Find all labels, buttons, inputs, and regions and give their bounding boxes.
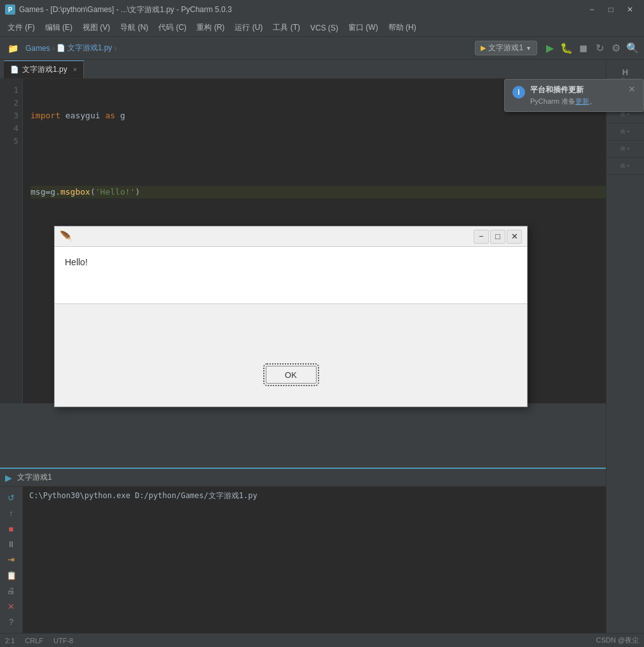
dialog-icon: 🪶 bbox=[60, 230, 72, 242]
menu-help[interactable]: 帮助 (H) bbox=[383, 20, 421, 35]
run-panel-title: 文字游戏1 bbox=[17, 472, 52, 483]
pause-button[interactable]: ⏸ bbox=[4, 537, 19, 551]
coverage-button[interactable]: ◼ bbox=[575, 41, 591, 56]
menu-window[interactable]: 窗口 (W) bbox=[343, 20, 383, 35]
print-button[interactable]: 🖨 bbox=[4, 584, 19, 598]
step-button[interactable]: ⇥ bbox=[4, 553, 19, 567]
update-button[interactable]: ↻ bbox=[592, 41, 607, 56]
run-panel-content: C:\Python30\python.exe D:/python/Games/文… bbox=[23, 487, 644, 633]
rs-item-6[interactable]: ift + bbox=[606, 158, 644, 175]
code-line-3: msg=g.msgbox('Hello!') bbox=[31, 186, 636, 198]
statusbar: 2:1 CRLF UTF-8 CSDN @夜尘 bbox=[0, 633, 644, 647]
file-tab-icon: 📄 bbox=[10, 66, 19, 74]
rerun-button[interactable]: ↺ bbox=[4, 490, 19, 504]
dump-button[interactable]: 📋 bbox=[4, 568, 19, 582]
breadcrumb-games[interactable]: Games bbox=[25, 44, 50, 53]
breadcrumb-file[interactable]: 文字游戏1.py bbox=[67, 43, 113, 53]
dropdown-arrow-icon: ▼ bbox=[526, 45, 531, 52]
tab-label: 文字游戏1.py bbox=[22, 64, 67, 75]
run-button[interactable]: ▶ bbox=[542, 41, 558, 56]
minimize-button[interactable]: − bbox=[583, 1, 601, 18]
run-config-label: 文字游戏1 bbox=[488, 43, 523, 53]
notification-body: PyCharm 准备更新。 bbox=[530, 97, 623, 106]
run-panel-header: ▶ 文字游戏1 ⚙ 📌 bbox=[0, 469, 644, 487]
rs-item-4[interactable]: ift + bbox=[606, 123, 644, 141]
menu-edit[interactable]: 编辑 (E) bbox=[40, 20, 78, 35]
dialog-footer: OK bbox=[55, 304, 527, 396]
notification-title: 平台和插件更新 bbox=[530, 85, 623, 95]
run-configuration-dropdown[interactable]: ▶ 文字游戏1 ▼ bbox=[475, 41, 537, 55]
window-controls: − □ ✕ bbox=[583, 1, 639, 18]
stop-button[interactable]: ■ bbox=[4, 522, 19, 536]
notification-popup: i 平台和插件更新 PyCharm 准备更新。 ✕ bbox=[504, 79, 644, 112]
project-folder-icon[interactable]: 📁 bbox=[4, 39, 22, 57]
message-dialog: 🪶 − □ ✕ Hello! OK bbox=[54, 226, 528, 407]
build-button[interactable]: ⚙ bbox=[608, 41, 624, 56]
delete-button[interactable]: ✕ bbox=[4, 599, 19, 613]
code-line-2 bbox=[31, 148, 636, 160]
notification-icon: i bbox=[512, 86, 525, 99]
run-panel: ▶ 文字游戏1 ⚙ 📌 ↺ ↑ ■ ⏸ ⇥ 📋 🖨 ✕ ? C:\Python3… bbox=[0, 468, 644, 633]
menu-navigate[interactable]: 导航 (N) bbox=[115, 20, 153, 35]
menu-run[interactable]: 运行 (U) bbox=[230, 20, 268, 35]
notification-content: 平台和插件更新 PyCharm 准备更新。 bbox=[530, 85, 623, 106]
status-position: 2:1 bbox=[5, 637, 15, 644]
run-command: C:\Python30\python.exe D:/python/Games/文… bbox=[29, 491, 257, 500]
notification-close-button[interactable]: ✕ bbox=[628, 85, 636, 94]
dialog-controls: − □ ✕ bbox=[474, 230, 522, 244]
dialog-minimize-button[interactable]: − bbox=[474, 230, 489, 244]
debug-button[interactable]: 🐛 bbox=[559, 41, 574, 56]
tab-close-button[interactable]: × bbox=[73, 66, 77, 73]
right-sidebar: H ift + ift + ift + ift + ift + ift + bbox=[606, 60, 644, 633]
menu-refactor[interactable]: 重构 (R) bbox=[191, 20, 230, 35]
help-button[interactable]: ? bbox=[4, 615, 19, 629]
dialog-close-button[interactable]: ✕ bbox=[507, 230, 522, 244]
close-button[interactable]: ✕ bbox=[621, 1, 639, 18]
file-icon: 📄 bbox=[57, 44, 65, 52]
dialog-titlebar: 🪶 − □ ✕ bbox=[55, 226, 527, 247]
menu-view[interactable]: 视图 (V) bbox=[78, 20, 115, 35]
menu-vcs[interactable]: VCS (S) bbox=[305, 22, 343, 34]
status-crlf: CRLF bbox=[25, 637, 43, 644]
run-panel-icon: ▶ bbox=[5, 473, 12, 483]
search-button[interactable]: 🔍 bbox=[625, 41, 640, 56]
dialog-maximize-button[interactable]: □ bbox=[490, 230, 505, 244]
menubar: 文件 (F) 编辑 (E) 视图 (V) 导航 (N) 代码 (C) 重构 (R… bbox=[0, 19, 644, 37]
toolbar: 📁 Games › 📄 文字游戏1.py › ▶ 文字游戏1 ▼ ▶ 🐛 ◼ ↻… bbox=[0, 37, 644, 60]
breadcrumb: Games › 📄 文字游戏1.py › bbox=[25, 43, 471, 53]
dialog-message: Hello! bbox=[65, 257, 88, 267]
line-numbers: 1 2 3 4 5 bbox=[0, 79, 23, 403]
rs-item-5[interactable]: ift + bbox=[606, 141, 644, 158]
ok-button[interactable]: OK bbox=[266, 366, 317, 384]
titlebar: P Games - [D:\python\Games] - ...\文字游戏1.… bbox=[0, 0, 644, 19]
dialog-body: Hello! bbox=[55, 247, 527, 304]
menu-code[interactable]: 代码 (C) bbox=[153, 20, 191, 35]
tab-file[interactable]: 📄 文字游戏1.py × bbox=[4, 60, 84, 78]
menu-file[interactable]: 文件 (F) bbox=[3, 20, 40, 35]
menu-tools[interactable]: 工具 (T) bbox=[268, 20, 305, 35]
status-encoding: UTF-8 bbox=[53, 637, 73, 644]
app-icon: P bbox=[5, 4, 15, 15]
run-panel-sidebar: ↺ ↑ ■ ⏸ ⇥ 📋 🖨 ✕ ? bbox=[0, 487, 23, 633]
window-title: Games - [D:\python\Games] - ...\文字游戏1.py… bbox=[19, 4, 583, 15]
scroll-up-button[interactable]: ↑ bbox=[4, 506, 19, 520]
notification-link[interactable]: 更新 bbox=[575, 97, 589, 105]
status-suffix: CSDN @夜尘 bbox=[596, 636, 639, 645]
maximize-button[interactable]: □ bbox=[602, 1, 620, 18]
tabbar: 📄 文字游戏1.py × bbox=[0, 60, 644, 79]
